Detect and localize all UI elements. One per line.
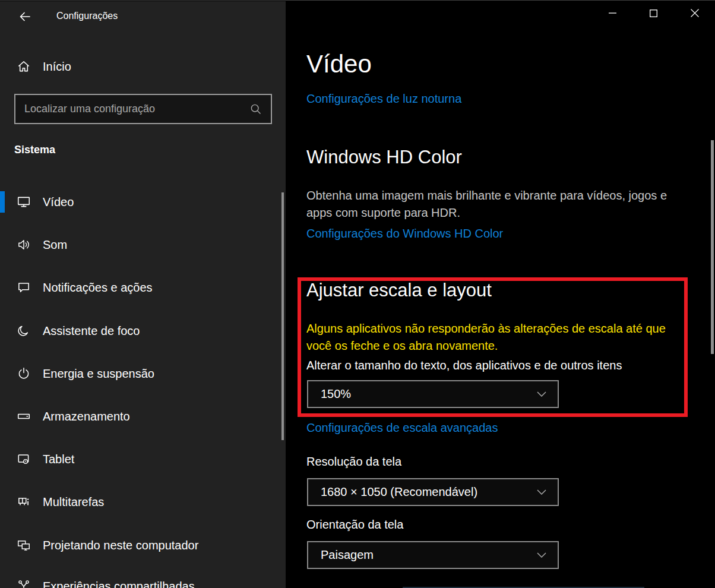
- close-button[interactable]: [674, 1, 715, 26]
- orientation-dropdown[interactable]: Paisagem: [307, 541, 559, 569]
- tablet-icon: [17, 452, 31, 466]
- sidebar-item-label: Energia e suspensão: [43, 367, 154, 381]
- close-icon: [691, 9, 699, 17]
- advanced-scaling-link[interactable]: Configurações de escala avançadas: [306, 421, 498, 435]
- multitasking-icon: [17, 495, 31, 509]
- sound-icon: [17, 238, 31, 252]
- sidebar-item-tablet[interactable]: Tablet: [0, 446, 286, 472]
- scale-warning-text: Alguns aplicativos não responderão às al…: [306, 320, 684, 355]
- arrow-left-icon: [18, 10, 32, 24]
- sidebar-item-projecting[interactable]: Projetando neste computador: [0, 532, 286, 558]
- scale-dropdown-value: 150%: [308, 387, 537, 401]
- sidebar-section-heading: Sistema: [14, 144, 55, 156]
- resolution-label: Resolução da tela: [306, 455, 401, 469]
- page-title: Vídeo: [306, 50, 372, 78]
- night-light-settings-link[interactable]: Configurações de luz noturna: [306, 92, 461, 106]
- sidebar-item-label: Som: [43, 238, 67, 252]
- sidebar-item-label: Assistente de foco: [43, 324, 140, 338]
- sidebar-item-sound[interactable]: Som: [0, 232, 286, 258]
- sidebar-item-label: Experiências compartilhadas: [43, 580, 195, 588]
- maximize-icon: [650, 10, 657, 17]
- content-scrollbar[interactable]: [711, 140, 714, 354]
- sidebar-item-home[interactable]: Início: [0, 53, 286, 80]
- sidebar: Configurações Início Sistema Vídeo: [0, 1, 286, 588]
- power-icon: [17, 366, 31, 381]
- orientation-dropdown-value: Paisagem: [308, 548, 537, 562]
- sidebar-item-notifications[interactable]: Notificações e ações: [0, 274, 286, 301]
- maximize-button[interactable]: [633, 1, 674, 26]
- selected-accent-bar: [0, 191, 5, 213]
- hd-color-settings-link[interactable]: Configurações do Windows HD Color: [306, 227, 503, 241]
- chevron-down-icon: [537, 552, 546, 558]
- minimize-icon: [609, 12, 616, 14]
- sidebar-item-multitasking[interactable]: Multitarefas: [0, 489, 286, 515]
- projecting-icon: [17, 538, 31, 552]
- sidebar-item-label: Multitarefas: [43, 495, 104, 509]
- scale-layout-heading: Ajustar escala e layout: [306, 280, 492, 301]
- search-input[interactable]: [15, 103, 249, 115]
- sidebar-item-storage[interactable]: Armazenamento: [0, 403, 286, 429]
- hd-color-heading: Windows HD Color: [306, 147, 462, 168]
- sidebar-item-video[interactable]: Vídeo: [0, 189, 286, 215]
- sidebar-item-label: Tablet: [43, 453, 74, 466]
- settings-window: Configurações Início Sistema Vídeo: [0, 0, 715, 588]
- sidebar-item-label: Armazenamento: [43, 410, 130, 423]
- sidebar-item-focus-assist[interactable]: Assistente de foco: [0, 318, 286, 344]
- scale-dropdown[interactable]: 150%: [307, 380, 559, 408]
- resolution-dropdown-value: 1680 × 1050 (Recomendável): [308, 485, 537, 499]
- sidebar-item-shared-experiences[interactable]: Experiências compartilhadas: [0, 573, 286, 588]
- display-icon: [17, 195, 31, 209]
- scale-label: Alterar o tamanho do texto, dos aplicati…: [306, 359, 622, 372]
- window-controls: [592, 1, 715, 26]
- window-title: Configurações: [56, 11, 118, 21]
- sidebar-item-label: Vídeo: [43, 195, 74, 209]
- minimize-button[interactable]: [592, 1, 633, 26]
- chevron-down-icon: [537, 391, 546, 397]
- sidebar-item-label: Projetando neste computador: [43, 539, 198, 552]
- notifications-icon: [17, 280, 31, 295]
- sidebar-item-power-sleep[interactable]: Energia e suspensão: [0, 361, 286, 387]
- resolution-dropdown[interactable]: 1680 × 1050 (Recomendável): [307, 478, 559, 506]
- orientation-label: Orientação da tela: [306, 518, 403, 532]
- back-button[interactable]: [13, 7, 37, 26]
- sidebar-item-label: Notificações e ações: [43, 281, 153, 295]
- sidebar-item-label: Início: [43, 60, 71, 74]
- focus-assist-icon: [17, 324, 31, 338]
- search-icon: [249, 103, 262, 116]
- sidebar-scrollbar[interactable]: [281, 192, 284, 440]
- search-box[interactable]: [14, 94, 272, 124]
- home-icon: [17, 59, 31, 74]
- chevron-down-icon: [537, 489, 546, 495]
- shared-experiences-icon: [17, 579, 31, 588]
- storage-icon: [17, 409, 31, 423]
- hd-color-description: Obtenha uma imagem mais brilhante e vibr…: [306, 187, 692, 222]
